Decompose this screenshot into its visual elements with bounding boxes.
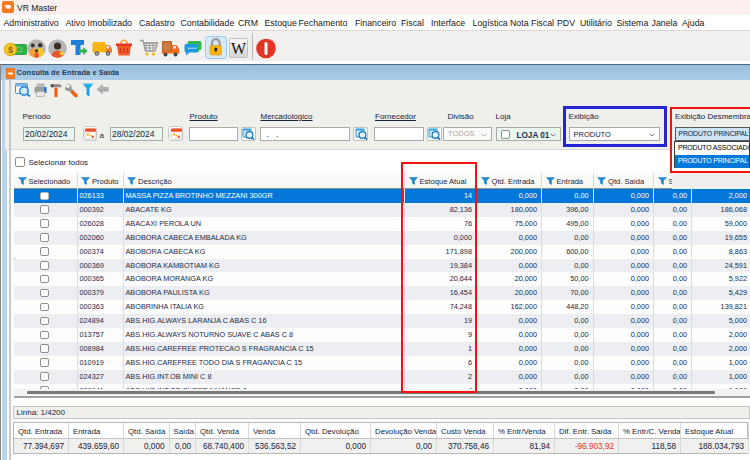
svg-text:W: W [231, 40, 247, 57]
svg-text:$: $ [8, 45, 13, 55]
